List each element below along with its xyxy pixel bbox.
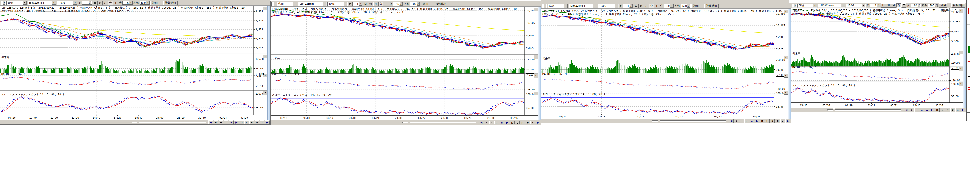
spinner-icon[interactable]: ╱: [88, 1, 91, 5]
period-button-3[interactable]: 分: [108, 1, 113, 5]
bars-spinner[interactable]: 500╱: [928, 3, 938, 7]
minutes-spinner[interactable]: 5╱: [123, 1, 132, 5]
apply-button[interactable]: 適用: [692, 4, 700, 8]
close-tool-button[interactable]: ×: [955, 108, 960, 112]
stop-button[interactable]: ■: [500, 121, 504, 125]
pane-menu-button[interactable]: ▼: [263, 91, 267, 95]
zoom-in-button[interactable]: +: [484, 121, 489, 125]
pane-menu-button[interactable]: ▼: [784, 10, 788, 13]
symbol-combo[interactable]: 日経225mini▼: [28, 1, 56, 5]
period-button-3[interactable]: 分: [896, 3, 901, 8]
d-mode-button[interactable]: D: [510, 121, 515, 125]
period-button-4[interactable]: T: [654, 4, 659, 8]
scroll-left-button[interactable]: ◀: [904, 108, 909, 112]
minutes-spinner[interactable]: 60╱: [911, 3, 921, 7]
spinner-icon[interactable]: ╱: [630, 4, 633, 8]
period-button-0[interactable]: 日: [363, 2, 368, 6]
stop-button[interactable]: ■: [229, 120, 234, 124]
scroll-left-button[interactable]: ◀: [479, 121, 484, 125]
pane-menu-button[interactable]: ▼: [263, 54, 267, 58]
fit-width-button[interactable]: ↔: [920, 108, 924, 112]
spinner-icon[interactable]: ╱: [359, 2, 362, 6]
play-button[interactable]: ▶: [505, 121, 509, 125]
contract-combo[interactable]: 12/06▼: [846, 3, 866, 8]
pane-menu-button[interactable]: ▼: [784, 91, 788, 95]
chart-style-combo[interactable]: ▼: [1, 1, 6, 5]
contract-combo[interactable]: 12/06▼: [327, 2, 348, 6]
spinner-icon[interactable]: ╱: [417, 2, 420, 6]
magnify-button[interactable]: ⊕: [525, 121, 530, 125]
play-button[interactable]: ▶: [930, 108, 934, 112]
chart-style-combo[interactable]: ▼: [271, 2, 276, 6]
period-button-0[interactable]: 日: [634, 4, 639, 8]
spinner-icon[interactable]: ╱: [877, 4, 880, 7]
pane-menu-button[interactable]: ▼: [784, 74, 788, 78]
pane-menu-button[interactable]: ▼: [534, 74, 538, 78]
d-mode-button[interactable]: D: [935, 108, 940, 112]
multi-symbol-button[interactable]: 複数銘柄: [705, 4, 719, 8]
zoom-slider-thumb[interactable]: [833, 108, 835, 112]
pane-menu-button[interactable]: ▼: [959, 9, 963, 13]
play-button[interactable]: ▶: [755, 119, 759, 123]
zoom-out-button[interactable]: −: [739, 119, 744, 123]
l-mode-button[interactable]: L: [765, 119, 770, 123]
spinner-icon[interactable]: ╱: [687, 4, 690, 8]
zoom-in-button[interactable]: +: [909, 108, 914, 112]
symbol-combo[interactable]: 日経225mini▼: [298, 2, 327, 6]
period-button-3[interactable]: 分: [649, 4, 654, 8]
r-mode-button[interactable]: R: [520, 121, 525, 125]
fit-width-button[interactable]: ↔: [495, 121, 499, 125]
period-button-1[interactable]: 週: [639, 4, 644, 8]
spinner-icon[interactable]: ╱: [146, 1, 149, 5]
multi-symbol-button[interactable]: 複数銘柄: [434, 2, 448, 6]
scroll-right-button[interactable]: ▶: [961, 108, 965, 112]
pane-menu-button[interactable]: ▼: [959, 82, 963, 86]
period-button-2[interactable]: 月: [103, 1, 108, 5]
vertical-scrollbar[interactable]: [267, 6, 270, 120]
ashi-spinner[interactable]: 1╱: [82, 1, 92, 5]
zoom-out-button[interactable]: −: [489, 121, 494, 125]
pane-menu-button[interactable]: ▼: [784, 55, 788, 59]
d-mode-button[interactable]: D: [760, 119, 764, 123]
period-button-2[interactable]: 月: [891, 3, 896, 8]
period-button-2[interactable]: 月: [373, 2, 378, 6]
pane-menu-button[interactable]: ▼: [534, 55, 538, 59]
pane-menu-button[interactable]: ▼: [959, 51, 963, 54]
apply-button[interactable]: 適用: [150, 1, 159, 5]
category-combo[interactable]: 先物▼: [277, 2, 298, 6]
zoom-slider-thumb[interactable]: [657, 120, 660, 123]
close-tool-button[interactable]: ×: [530, 121, 535, 125]
r-mode-button[interactable]: R: [250, 120, 254, 124]
period-button-2[interactable]: 月: [644, 4, 649, 8]
multi-symbol-button[interactable]: 複数銘柄: [951, 3, 965, 8]
zoom-slider-thumb[interactable]: [408, 121, 410, 125]
scroll-left-button[interactable]: ◀: [208, 120, 213, 124]
ashi-spinner[interactable]: 1╱: [623, 4, 633, 8]
category-combo[interactable]: 先物▼: [797, 3, 817, 8]
zoom-slider[interactable]: [652, 120, 726, 122]
symbol-combo[interactable]: 日経225mini▼: [569, 4, 597, 8]
pane-menu-button[interactable]: ▼: [534, 8, 538, 11]
scroll-right-button[interactable]: ▶: [786, 119, 790, 123]
minutes-spinner[interactable]: 30╱: [663, 4, 674, 8]
magnify-button[interactable]: ⊕: [255, 120, 259, 124]
period-button-4[interactable]: T: [113, 1, 118, 5]
period-button-0[interactable]: 日: [881, 3, 886, 8]
play-button[interactable]: ▶: [234, 120, 239, 124]
stop-button[interactable]: ■: [925, 108, 929, 112]
zoom-slider[interactable]: [402, 122, 476, 124]
period-button-0[interactable]: 日: [92, 1, 97, 5]
d-mode-button[interactable]: D: [239, 120, 244, 124]
vertical-scrollbar[interactable]: [788, 9, 791, 119]
ashi-spinner[interactable]: 1╱: [870, 3, 880, 7]
magnify-button[interactable]: ⊕: [775, 119, 780, 123]
period-button-1[interactable]: 週: [98, 1, 103, 5]
close-tool-button[interactable]: ×: [260, 120, 264, 124]
scroll-left-button[interactable]: ◀: [729, 119, 733, 123]
contract-combo[interactable]: 12/06▼: [598, 4, 619, 8]
vertical-scrollbar[interactable]: [963, 8, 966, 108]
zoom-out-button[interactable]: −: [915, 108, 919, 112]
r-mode-button[interactable]: R: [945, 108, 950, 112]
vertical-scrollbar[interactable]: [538, 7, 541, 120]
category-combo[interactable]: 先物▼: [547, 4, 568, 8]
